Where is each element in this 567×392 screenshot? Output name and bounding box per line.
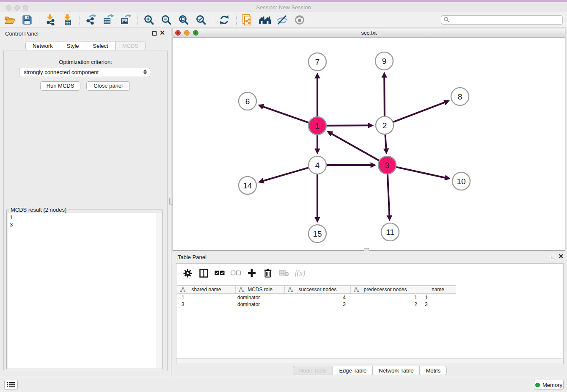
search-field[interactable]	[441, 15, 563, 25]
table-cell[interactable]: dominator	[236, 294, 285, 301]
table-tab-motifs[interactable]: Motifs	[420, 366, 447, 375]
select-all-button[interactable]	[215, 268, 225, 278]
control-tab-select[interactable]: Select	[86, 41, 116, 50]
graph-node-2[interactable]: 2	[376, 116, 394, 134]
table-cell[interactable]: 1	[420, 294, 456, 301]
column-header-shared-name[interactable]: shared name	[177, 286, 236, 293]
network-canvas[interactable]: 7968124314101511	[173, 38, 565, 250]
toolbar-separator	[213, 14, 213, 26]
graph-node-15[interactable]: 15	[308, 225, 326, 243]
svg-text:10: 10	[457, 177, 465, 186]
table-row[interactable]: 3dominator323	[177, 301, 562, 308]
search-input[interactable]	[450, 17, 562, 23]
save-session-button[interactable]	[21, 13, 33, 27]
mcds-result-scrollbar[interactable]	[157, 213, 162, 368]
graph-edge-3-10[interactable]	[396, 167, 445, 178]
zoom-fit-button[interactable]	[177, 13, 190, 27]
graph-node-11[interactable]: 11	[381, 223, 399, 241]
export-image-icon	[120, 14, 132, 25]
criterion-select[interactable]: strongly connected component	[19, 68, 150, 77]
graph-edge-2-3[interactable]	[385, 135, 386, 149]
run-mcds-button[interactable]: Run MCDS	[40, 81, 80, 91]
apply-layout-button[interactable]	[218, 13, 231, 27]
control-tab-mcds[interactable]: MCDS	[116, 41, 146, 50]
show-hide-button[interactable]	[276, 13, 289, 27]
preview-eye-icon	[294, 14, 305, 25]
network-window-titlebar[interactable]: × − + scc.txt	[173, 28, 565, 38]
table-cell[interactable]: 3	[177, 301, 236, 308]
float-table-panel-icon[interactable]	[551, 255, 555, 259]
graph-node-9[interactable]: 9	[375, 52, 393, 70]
add-row-button[interactable]	[247, 268, 257, 278]
column-header-successor-nodes[interactable]: successor nodes	[285, 286, 351, 293]
graph-node-3[interactable]: 3	[378, 156, 396, 174]
close-panel-icon[interactable]: ✕	[160, 29, 165, 37]
table-horizontal-scrollbar[interactable]	[176, 358, 563, 364]
import-table-button[interactable]	[61, 13, 74, 27]
show-columns-button[interactable]	[198, 268, 209, 278]
svg-text:2: 2	[383, 121, 387, 130]
zoom-selected-button[interactable]	[195, 13, 207, 27]
first-neighbors-button[interactable]	[259, 13, 271, 27]
table-cell[interactable]: 3	[285, 301, 351, 308]
function-icon: f(x)	[295, 269, 306, 278]
control-panel-title: Control Panel	[5, 30, 39, 37]
column-type-icon	[239, 287, 244, 293]
import-network-button[interactable]	[44, 13, 57, 27]
graph-edge-4-14[interactable]	[263, 168, 308, 181]
open-session-button[interactable]	[3, 13, 16, 27]
table-cell[interactable]: 1	[351, 294, 420, 301]
table-tab-edge-table[interactable]: Edge Table	[333, 366, 373, 375]
table-cell[interactable]: 2	[351, 301, 420, 308]
close-table-panel-icon[interactable]: ✕	[558, 253, 564, 260]
graph-edge-3-1[interactable]	[331, 134, 379, 161]
table-cell[interactable]: 1	[177, 294, 236, 301]
control-tab-style[interactable]: Style	[60, 41, 86, 50]
table-settings-button[interactable]	[182, 268, 193, 278]
table-toolbar: f(x)	[176, 264, 563, 282]
control-tab-network[interactable]: Network	[25, 41, 60, 50]
graph-node-4[interactable]: 4	[308, 156, 326, 174]
table-tab-network-table[interactable]: Network Table	[373, 366, 420, 375]
memory-button[interactable]: Memory	[534, 380, 564, 390]
clone-network-button[interactable]	[241, 13, 254, 27]
table-cell[interactable]: 4	[285, 294, 351, 301]
control-panel: Control Panel ✕ NetworkStyleSelectMCDS O…	[0, 28, 171, 377]
mcds-result-textarea[interactable]: 1 3	[8, 213, 157, 368]
column-type-icon	[180, 287, 185, 293]
graph-edge-1-2[interactable]	[327, 125, 369, 126]
close-panel-button[interactable]: Close panel	[86, 81, 130, 91]
export-image-button[interactable]	[119, 13, 132, 27]
eye-slash-icon	[276, 14, 288, 25]
table-tab-node-table[interactable]: Node Table	[293, 366, 333, 375]
graph-edge-3-11[interactable]	[388, 174, 389, 216]
graph-node-8[interactable]: 8	[451, 88, 469, 105]
delete-row-button[interactable]	[263, 268, 273, 278]
graph-node-14[interactable]: 14	[239, 177, 256, 194]
graph-node-7[interactable]: 7	[308, 53, 326, 71]
zoom-in-button[interactable]	[143, 13, 155, 27]
table-cell[interactable]: dominator	[236, 301, 285, 308]
graph-edge-2-9[interactable]	[384, 77, 385, 116]
gear-icon	[183, 269, 192, 278]
graph-node-10[interactable]: 10	[452, 172, 470, 190]
graph-node-6[interactable]: 6	[239, 92, 256, 110]
task-history-button[interactable]	[4, 380, 18, 390]
deselect-all-button[interactable]	[231, 268, 241, 278]
float-panel-icon[interactable]	[152, 31, 157, 36]
column-header-name[interactable]: name	[420, 286, 456, 293]
export-table-button[interactable]	[102, 13, 115, 27]
apply-function-button: f(x)	[295, 268, 305, 278]
table-row[interactable]: 1dominator411	[177, 294, 562, 301]
graph-edge-2-8[interactable]	[394, 102, 445, 122]
svg-text:11: 11	[386, 228, 394, 237]
table-cell[interactable]: 3	[420, 301, 456, 308]
column-header-MCDS-role[interactable]: MCDS role	[236, 286, 285, 293]
preview-button[interactable]	[293, 13, 306, 27]
main-titlebar: Session: New Session	[0, 2, 567, 12]
export-network-button[interactable]	[85, 13, 97, 27]
zoom-out-button[interactable]	[160, 13, 173, 27]
column-header-predecessor-nodes[interactable]: predecessor nodes	[351, 286, 420, 293]
graph-edge-1-6[interactable]	[263, 107, 308, 123]
graph-node-1[interactable]: 1	[308, 117, 326, 135]
